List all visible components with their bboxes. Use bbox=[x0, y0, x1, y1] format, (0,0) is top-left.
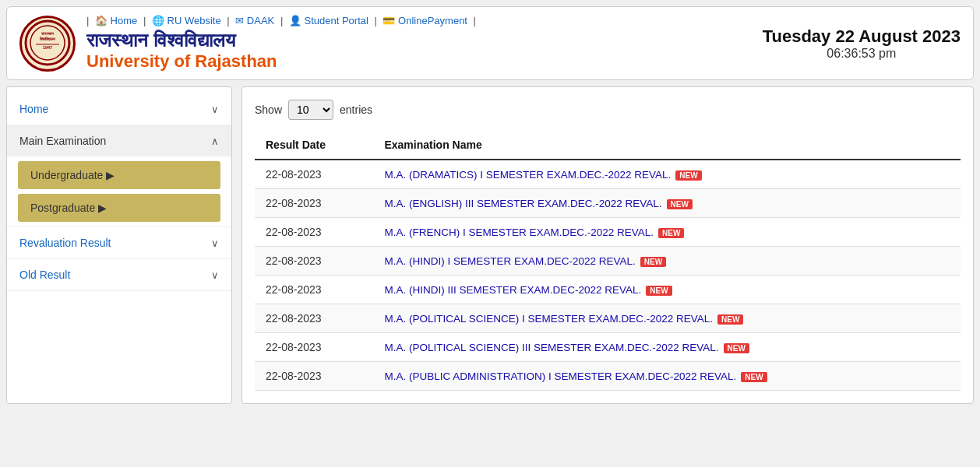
entries-select[interactable]: 10 25 50 100 bbox=[288, 100, 333, 120]
examination-name-cell: M.A. (HINDI) I SEMESTER EXAM.DEC-2022 RE… bbox=[373, 247, 961, 276]
table-header-row: Result Date Examination Name bbox=[255, 131, 961, 160]
top-navigation: | 🏠 Home | 🌐 RU Website | ✉ DAAK | 👤 Stu… bbox=[86, 15, 476, 26]
university-title-block: | 🏠 Home | 🌐 RU Website | ✉ DAAK | 👤 Stu… bbox=[86, 15, 476, 72]
show-entries-control: Show 10 25 50 100 entries bbox=[255, 100, 961, 120]
result-date-cell: 22-08-2023 bbox=[255, 247, 373, 276]
sidebar-revaluation-label: Revaluation Result bbox=[19, 237, 111, 249]
examination-name-cell: M.A. (POLITICAL SCIENCE) I SEMESTER EXAM… bbox=[373, 304, 961, 333]
university-name-english: University of Rajasthan bbox=[86, 51, 476, 72]
examination-name-cell: M.A. (FRENCH) I SEMESTER EXAM.DEC.-2022 … bbox=[373, 218, 961, 247]
sidebar-item-old-result[interactable]: Old Result ∨ bbox=[7, 259, 231, 291]
sidebar-old-result-link[interactable]: Old Result ∨ bbox=[7, 259, 231, 290]
page-header: राजस्थान विश्वविद्यालय 1947 | 🏠 Home | 🌐… bbox=[6, 6, 974, 80]
new-badge: NEW bbox=[658, 228, 684, 238]
result-date-cell: 22-08-2023 bbox=[255, 304, 373, 333]
svg-point-0 bbox=[26, 21, 69, 65]
table-row: 22-08-2023M.A. (PUBLIC ADMINISTRATION) I… bbox=[255, 362, 961, 391]
table-row: 22-08-2023M.A. (DRAMATICS) I SEMESTER EX… bbox=[255, 160, 961, 189]
table-row: 22-08-2023M.A. (POLITICAL SCIENCE) III S… bbox=[255, 333, 961, 362]
result-date-cell: 22-08-2023 bbox=[255, 218, 373, 247]
results-table: Result Date Examination Name 22-08-2023M… bbox=[255, 131, 961, 391]
sidebar-old-result-label: Old Result bbox=[19, 269, 70, 281]
new-badge: NEW bbox=[741, 372, 767, 382]
university-logo: राजस्थान विश्वविद्यालय 1947 bbox=[19, 16, 76, 72]
logo-inner: राजस्थान विश्वविद्यालय 1947 bbox=[24, 19, 71, 68]
table-row: 22-08-2023M.A. (ENGLISH) III SEMESTER EX… bbox=[255, 189, 961, 218]
date-time-block: Tuesday 22 August 2023 06:36:53 pm bbox=[763, 26, 961, 61]
sidebar-item-revaluation[interactable]: Revaluation Result ∨ bbox=[7, 227, 231, 259]
old-result-chevron-icon: ∨ bbox=[211, 269, 219, 281]
examination-name-cell: M.A. (DRAMATICS) I SEMESTER EXAM.DEC.-20… bbox=[373, 160, 961, 189]
new-badge: NEW bbox=[724, 343, 749, 353]
postgraduate-button[interactable]: Postgraduate ▶ bbox=[18, 194, 220, 222]
col-examination-name: Examination Name bbox=[373, 131, 961, 160]
new-badge: NEW bbox=[675, 170, 701, 181]
home-chevron-icon: ∨ bbox=[211, 104, 219, 115]
examination-name-cell: M.A. (ENGLISH) III SEMESTER EXAM.DEC.-20… bbox=[373, 189, 961, 218]
show-label: Show bbox=[255, 104, 282, 116]
table-row: 22-08-2023M.A. (FRENCH) I SEMESTER EXAM.… bbox=[255, 218, 961, 247]
result-date-cell: 22-08-2023 bbox=[255, 333, 373, 362]
nav-daak-link[interactable]: ✉ DAAK bbox=[235, 15, 274, 26]
examination-link[interactable]: M.A. (FRENCH) I SEMESTER EXAM.DEC.-2022 … bbox=[384, 226, 654, 238]
new-badge: NEW bbox=[640, 257, 666, 267]
result-date-cell: 22-08-2023 bbox=[255, 160, 373, 189]
new-badge: NEW bbox=[667, 199, 693, 209]
nav-student-portal-link[interactable]: 👤 Student Portal bbox=[289, 15, 368, 26]
examination-name-cell: M.A. (POLITICAL SCIENCE) III SEMESTER EX… bbox=[373, 333, 961, 362]
nav-ru-website-link[interactable]: 🌐 RU Website bbox=[152, 15, 221, 26]
examination-name-cell: M.A. (PUBLIC ADMINISTRATION) I SEMESTER … bbox=[373, 362, 961, 391]
undergraduate-button[interactable]: Undergraduate ▶ bbox=[18, 161, 220, 189]
result-date-cell: 22-08-2023 bbox=[255, 189, 373, 218]
examination-link[interactable]: M.A. (POLITICAL SCIENCE) III SEMESTER EX… bbox=[384, 342, 718, 353]
nav-home-link[interactable]: 🏠 Home bbox=[95, 15, 137, 26]
entries-label: entries bbox=[340, 104, 372, 116]
logo-and-title: राजस्थान विश्वविद्यालय 1947 | 🏠 Home | 🌐… bbox=[19, 15, 476, 72]
sidebar: Home ∨ Main Examination ∧ Undergraduate … bbox=[6, 86, 232, 404]
examination-link[interactable]: M.A. (HINDI) III SEMESTER EXAM.DEC-2022 … bbox=[384, 284, 641, 296]
sidebar-main-examination-link[interactable]: Main Examination ∧ bbox=[7, 125, 231, 156]
nav-online-payment-link[interactable]: 💳 OnlinePayment bbox=[382, 15, 467, 26]
main-exam-chevron-icon: ∧ bbox=[211, 135, 219, 147]
result-date-cell: 22-08-2023 bbox=[255, 276, 373, 304]
result-date-cell: 22-08-2023 bbox=[255, 362, 373, 391]
new-badge: NEW bbox=[646, 286, 672, 296]
sidebar-revaluation-link[interactable]: Revaluation Result ∨ bbox=[7, 227, 231, 258]
table-row: 22-08-2023M.A. (HINDI) III SEMESTER EXAM… bbox=[255, 276, 961, 304]
examination-link[interactable]: M.A. (HINDI) I SEMESTER EXAM.DEC-2022 RE… bbox=[384, 255, 635, 267]
current-date: Tuesday 22 August 2023 bbox=[763, 26, 961, 47]
examination-link[interactable]: M.A. (POLITICAL SCIENCE) I SEMESTER EXAM… bbox=[384, 313, 713, 325]
sidebar-home-link[interactable]: Home ∨ bbox=[7, 93, 231, 125]
content-area: Show 10 25 50 100 entries Result Date Ex… bbox=[241, 86, 974, 404]
revaluation-chevron-icon: ∨ bbox=[211, 237, 219, 249]
sidebar-item-home[interactable]: Home ∨ bbox=[7, 93, 231, 125]
current-time: 06:36:53 pm bbox=[763, 47, 961, 61]
sidebar-main-examination-label: Main Examination bbox=[19, 135, 106, 147]
main-container: Home ∨ Main Examination ∧ Undergraduate … bbox=[6, 86, 974, 404]
svg-text:राजस्थान: राजस्थान bbox=[41, 31, 55, 36]
col-result-date: Result Date bbox=[255, 131, 373, 160]
svg-text:विश्वविद्यालय: विश्वविद्यालय bbox=[39, 37, 56, 41]
new-badge: NEW bbox=[717, 314, 743, 325]
university-name-hindi: राजस्थान विश्वविद्यालय bbox=[86, 30, 476, 51]
sidebar-home-label: Home bbox=[19, 103, 48, 115]
examination-link[interactable]: M.A. (DRAMATICS) I SEMESTER EXAM.DEC.-20… bbox=[384, 169, 671, 181]
table-row: 22-08-2023M.A. (POLITICAL SCIENCE) I SEM… bbox=[255, 304, 961, 333]
examination-name-cell: M.A. (HINDI) III SEMESTER EXAM.DEC-2022 … bbox=[373, 276, 961, 304]
sidebar-item-main-examination[interactable]: Main Examination ∧ Undergraduate ▶ Postg… bbox=[7, 125, 231, 227]
examination-link[interactable]: M.A. (ENGLISH) III SEMESTER EXAM.DEC.-20… bbox=[384, 198, 661, 209]
table-row: 22-08-2023M.A. (HINDI) I SEMESTER EXAM.D… bbox=[255, 247, 961, 276]
svg-text:1947: 1947 bbox=[43, 45, 52, 50]
examination-link[interactable]: M.A. (PUBLIC ADMINISTRATION) I SEMESTER … bbox=[384, 370, 736, 382]
